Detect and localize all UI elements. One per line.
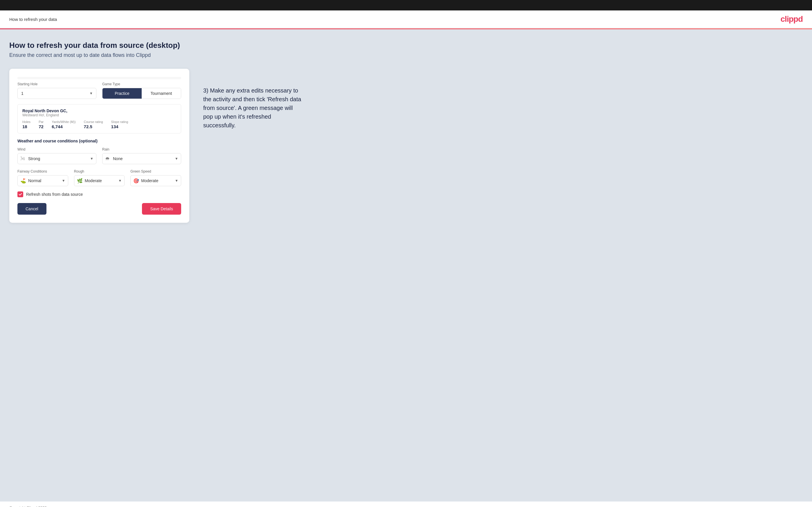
slope-rating-label: Slope rating [111, 120, 128, 123]
green-speed-label: Green Speed [130, 169, 181, 173]
par-label: Par [39, 120, 44, 123]
course-location: Westward Ho!, England [22, 113, 176, 117]
fairway-select-wrap: ⛳ Normal Soft Hard ▼ [17, 175, 68, 186]
form-top-stub [17, 77, 181, 79]
course-stats: Holes 18 Par 72 Yards/White (M)) 6,744 C… [22, 120, 176, 129]
course-info-box: Royal North Devon GC, Westward Ho!, Engl… [17, 104, 181, 133]
rain-label: Rain [102, 147, 181, 152]
refresh-checkbox[interactable] [17, 191, 23, 197]
rain-select-wrap: 🌧 None Light Heavy ▼ [102, 153, 181, 164]
form-row-game: Starting Hole 1 10 ▼ Game Type Practice … [17, 82, 181, 99]
yards-value: 6,744 [52, 124, 75, 129]
save-button[interactable]: Save Details [142, 203, 181, 215]
green-speed-select[interactable]: Moderate Slow Fast [130, 175, 181, 186]
wind-select-wrap: 🌬 Strong None Light Moderate ▼ [17, 153, 96, 164]
refresh-checkbox-row: Refresh shots from data source [17, 191, 181, 197]
starting-hole-label: Starting Hole [17, 82, 96, 86]
copyright: Copyright Clippd 2022 [9, 506, 47, 507]
page-subtitle: Ensure the correct and most up to date d… [9, 52, 803, 58]
wind-select[interactable]: Strong None Light Moderate [17, 153, 96, 164]
rain-select[interactable]: None Light Heavy [102, 153, 181, 164]
checkmark-icon [18, 192, 22, 196]
form-card: Starting Hole 1 10 ▼ Game Type Practice … [9, 69, 189, 223]
course-rating-stat: Course rating 72.5 [84, 120, 103, 129]
rough-select-wrap: 🌿 Moderate Light Heavy ▼ [74, 175, 125, 186]
content-row: Starting Hole 1 10 ▼ Game Type Practice … [9, 69, 803, 223]
refresh-label: Refresh shots from data source [26, 192, 83, 196]
header: How to refresh your data clippd [0, 10, 812, 29]
par-stat: Par 72 [39, 120, 44, 129]
tournament-button[interactable]: Tournament [142, 88, 181, 99]
holes-label: Holes [22, 120, 31, 123]
top-bar [0, 0, 812, 10]
fairway-group: Fairway Conditions ⛳ Normal Soft Hard ▼ [17, 169, 68, 186]
form-row-conditions: Fairway Conditions ⛳ Normal Soft Hard ▼ … [17, 169, 181, 186]
fairway-label: Fairway Conditions [17, 169, 68, 173]
starting-hole-group: Starting Hole 1 10 ▼ [17, 82, 96, 99]
green-speed-select-wrap: 🎯 Moderate Slow Fast ▼ [130, 175, 181, 186]
footer: Copyright Clippd 2022 [0, 502, 812, 507]
holes-value: 18 [22, 124, 31, 129]
rain-group: Rain 🌧 None Light Heavy ▼ [102, 147, 181, 164]
yards-label: Yards/White (M)) [52, 120, 75, 123]
action-buttons: Cancel Save Details [17, 203, 181, 215]
side-text-content: 3) Make any extra edits necessary to the… [203, 86, 302, 130]
course-rating-value: 72.5 [84, 124, 103, 129]
holes-stat: Holes 18 [22, 120, 31, 129]
rough-select[interactable]: Moderate Light Heavy [74, 175, 125, 186]
course-rating-label: Course rating [84, 120, 103, 123]
cancel-button[interactable]: Cancel [17, 203, 46, 215]
starting-hole-select-wrap: 1 10 ▼ [17, 88, 96, 99]
fairway-select[interactable]: Normal Soft Hard [17, 175, 68, 186]
form-row-weather: Wind 🌬 Strong None Light Moderate ▼ Rain [17, 147, 181, 164]
game-type-group: Game Type Practice Tournament [102, 82, 181, 99]
practice-button[interactable]: Practice [102, 88, 142, 99]
page-title: How to refresh your data from source (de… [9, 41, 803, 50]
slope-rating-stat: Slope rating 134 [111, 120, 128, 129]
rough-group: Rough 🌿 Moderate Light Heavy ▼ [74, 169, 125, 186]
slope-rating-value: 134 [111, 124, 128, 129]
course-name: Royal North Devon GC, [22, 109, 176, 113]
side-text: 3) Make any extra edits necessary to the… [203, 69, 302, 130]
par-value: 72 [39, 124, 44, 129]
rough-label: Rough [74, 169, 125, 173]
header-title: How to refresh your data [9, 17, 57, 22]
wind-group: Wind 🌬 Strong None Light Moderate ▼ [17, 147, 96, 164]
weather-section-label: Weather and course conditions (optional) [17, 138, 181, 143]
starting-hole-select[interactable]: 1 10 [17, 88, 96, 99]
game-type-label: Game Type [102, 82, 181, 86]
yards-stat: Yards/White (M)) 6,744 [52, 120, 75, 129]
main-content: How to refresh your data from source (de… [0, 29, 812, 502]
logo: clippd [781, 14, 803, 24]
wind-label: Wind [17, 147, 96, 152]
game-type-buttons: Practice Tournament [102, 88, 181, 99]
green-speed-group: Green Speed 🎯 Moderate Slow Fast ▼ [130, 169, 181, 186]
